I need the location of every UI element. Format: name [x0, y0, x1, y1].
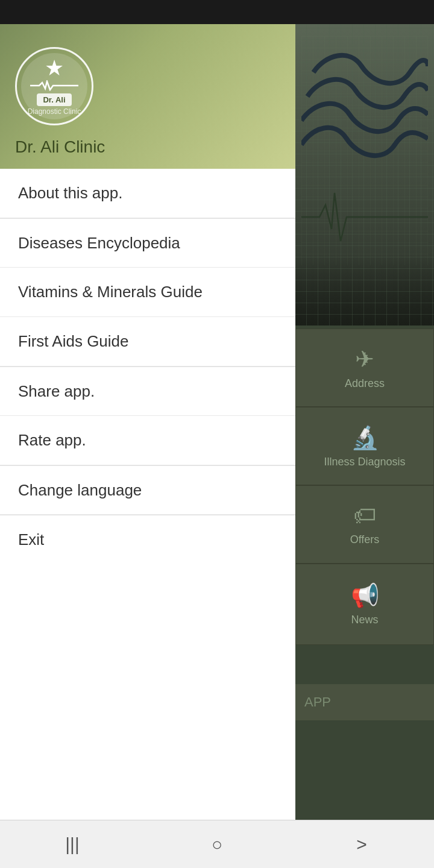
back-icon: ||| — [65, 834, 79, 855]
menu-item-about[interactable]: About this app. — [0, 169, 295, 218]
illness-label: Illness Diagnosis — [324, 456, 405, 468]
offers-button[interactable]: 🏷 Offers — [295, 485, 434, 564]
menu-item-about-label: About this app. — [18, 184, 122, 203]
menu-item-firstaid[interactable]: First Aids Guide — [0, 317, 295, 366]
drawer-header: ★ Dr. Ali Diagnostic Clinic Dr. Ali Clin… — [0, 24, 295, 169]
drawer-menu: About this app. Diseases Encyclopedia Vi… — [0, 169, 295, 868]
logo-circle: ★ Dr. Ali Diagnostic Clinic — [15, 47, 93, 125]
news-label: News — [351, 614, 378, 626]
menu-item-language[interactable]: Change language — [0, 465, 295, 515]
back-button[interactable]: ||| — [48, 826, 96, 863]
menu-item-exit-label: Exit — [18, 530, 44, 549]
logo-inner: ★ Dr. Ali Diagnostic Clinic — [21, 53, 87, 119]
navigation-bar: ||| ○ > — [0, 820, 434, 868]
forward-button[interactable]: > — [338, 826, 386, 863]
right-side-buttons: ✈ Address 🔬 Illness Diagnosis 🏷 Offers 📢… — [295, 329, 434, 645]
menu-item-diseases-label: Diseases Encyclopedia — [18, 234, 180, 253]
star-icon: ★ — [45, 57, 64, 79]
news-button[interactable]: 📢 News — [295, 564, 434, 645]
ecg-path — [30, 81, 78, 90]
menu-item-vitamins[interactable]: Vitamins & Minerals Guide — [0, 268, 295, 317]
logo-ecg — [30, 80, 78, 91]
menu-item-rate[interactable]: Rate app. — [0, 416, 295, 465]
offers-label: Offers — [350, 533, 380, 546]
logo-tag: Dr. Ali — [37, 93, 71, 106]
side-drawer: ★ Dr. Ali Diagnostic Clinic Dr. Ali Clin… — [0, 24, 295, 868]
menu-item-exit[interactable]: Exit — [0, 515, 295, 564]
illness-button[interactable]: 🔬 Illness Diagnosis — [295, 407, 434, 485]
menu-item-share-label: Share app. — [18, 382, 95, 401]
home-button[interactable]: ○ — [193, 826, 241, 863]
menu-item-diseases[interactable]: Diseases Encyclopedia — [0, 218, 295, 268]
forward-icon: > — [356, 834, 367, 855]
address-label: Address — [345, 377, 385, 390]
address-icon: ✈ — [355, 346, 374, 373]
illness-icon: 🔬 — [351, 424, 379, 451]
news-icon: 📢 — [351, 582, 379, 609]
menu-item-firstaid-label: First Aids Guide — [18, 332, 129, 351]
ekg-image-area — [295, 24, 434, 326]
home-icon: ○ — [212, 834, 222, 855]
offers-icon: 🏷 — [353, 503, 376, 529]
app-label: APP — [304, 694, 331, 710]
address-button[interactable]: ✈ Address — [295, 329, 434, 407]
status-bar — [0, 0, 434, 24]
clinic-name: Dr. Ali Clinic — [15, 137, 105, 157]
menu-item-language-label: Change language — [18, 481, 142, 500]
menu-item-rate-label: Rate app. — [18, 431, 86, 450]
logo-subtitle: Diagnostic Clinic — [28, 107, 81, 116]
menu-item-share[interactable]: Share app. — [0, 366, 295, 416]
menu-item-vitamins-label: Vitamins & Minerals Guide — [18, 283, 203, 301]
app-label-area: APP — [295, 684, 434, 720]
